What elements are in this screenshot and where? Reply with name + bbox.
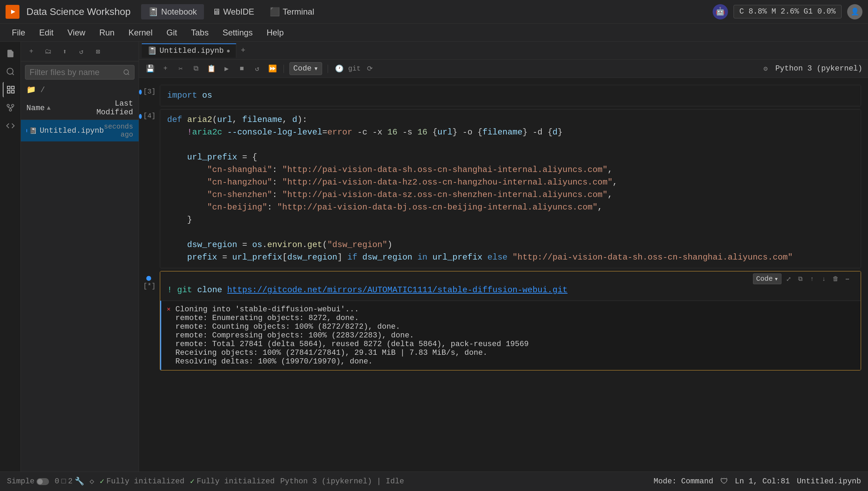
notebook-tab-name: Untitled.ipynb xyxy=(159,47,224,55)
svg-rect-5 xyxy=(11,86,14,89)
save-button[interactable]: 💾 xyxy=(145,63,156,74)
cell-content-1[interactable]: import os xyxy=(160,85,861,106)
cell-gutter-3: [*] xyxy=(139,271,160,290)
activity-files[interactable] xyxy=(3,46,18,61)
menu-git[interactable]: Git xyxy=(160,26,183,40)
menu-tabs[interactable]: Tabs xyxy=(185,26,215,40)
menu-file[interactable]: File xyxy=(6,26,32,40)
move-down-button[interactable]: ↓ xyxy=(819,274,829,284)
status-initialized-2: ✓ Fully initialized xyxy=(190,477,275,486)
menu-run[interactable]: Run xyxy=(93,26,121,40)
cell-type-inline[interactable]: Code ▾ xyxy=(753,273,781,284)
delete-cell-button[interactable]: 🗑 xyxy=(831,274,841,284)
cell-run-number-1: [3] xyxy=(143,88,156,96)
notebook-tab-active[interactable]: 📓 Untitled.ipynb ● xyxy=(142,43,236,58)
upload-button[interactable]: ⬆ xyxy=(58,45,71,58)
expand-button[interactable]: ⤢ xyxy=(784,274,793,284)
restart-button[interactable]: ↺ xyxy=(252,63,263,74)
activity-search[interactable] xyxy=(3,64,18,79)
cell-status-dot-2 xyxy=(139,114,142,119)
svg-rect-4 xyxy=(7,86,10,89)
search-input[interactable] xyxy=(30,67,120,77)
initialized-label-2: Fully initialized xyxy=(197,477,275,486)
svg-line-13 xyxy=(128,74,129,75)
cell-wrapper-1: [3] import os xyxy=(139,85,868,106)
cut-button[interactable]: ✂ xyxy=(175,63,186,74)
terminal-tab-label: Terminal xyxy=(283,7,314,17)
kernel-status-label: Python 3 (ipykernel) | Idle xyxy=(280,477,404,486)
menu-edit[interactable]: Edit xyxy=(33,26,60,40)
svg-rect-7 xyxy=(7,90,10,93)
copy-button[interactable]: ⧉ xyxy=(190,63,202,74)
menu-help[interactable]: Help xyxy=(260,26,290,40)
cell-status-dot-1 xyxy=(139,90,142,95)
move-up-button[interactable]: ↑ xyxy=(807,274,817,284)
cell-content-3[interactable]: Code ▾ ⤢ ⧉ ↑ ↓ 🗑 ⋯ ! git clone https://g… xyxy=(160,271,861,370)
refresh-button[interactable]: ↺ xyxy=(75,45,88,58)
share-button[interactable]: ⟳ xyxy=(364,63,375,74)
cell-count-label: 0 xyxy=(55,477,59,486)
more-options-button[interactable]: ⋯ xyxy=(843,274,852,284)
svg-point-2 xyxy=(7,68,13,74)
cell-type-select[interactable]: Code ▾ xyxy=(289,62,322,75)
cells-container[interactable]: [3] import os [4] def aria2(url, filenam… xyxy=(139,78,868,472)
new-folder-button[interactable]: 🗂 xyxy=(42,45,54,58)
cell-wrapper-2: [4] def aria2(url, filename, d): !aria2c… xyxy=(139,109,868,268)
add-cell-button[interactable]: + xyxy=(160,63,171,74)
git-button[interactable]: git xyxy=(349,63,360,74)
tab-notebook[interactable]: 📓 Notebook xyxy=(141,4,204,19)
sidebar: + 🗂 ⬆ ↺ ⊠ 📁 / Name ▲ Last Modified 📓 Unt… xyxy=(21,42,139,472)
check-icon-1: ✓ xyxy=(100,477,104,486)
mode-toggle[interactable] xyxy=(36,478,49,485)
settings-button[interactable]: ⚙ xyxy=(760,63,771,74)
cell-code-1: import os xyxy=(167,89,854,102)
file-name: Untitled.ipynb xyxy=(40,126,104,135)
svg-line-3 xyxy=(12,73,14,75)
time-button[interactable]: 🕐 xyxy=(334,63,345,74)
output-text: Cloning into 'stable-diffusion-webui'...… xyxy=(175,305,529,366)
activity-extensions[interactable] xyxy=(3,118,18,133)
cell-type-chevron: ▾ xyxy=(314,64,318,73)
webide-tab-label: WebIDE xyxy=(223,7,254,17)
breadcrumb-path: 📁 / xyxy=(26,86,45,95)
top-right: 🤖 C 8.8% M 2.6% G1 0.0% 👤 xyxy=(713,4,862,19)
user-avatar[interactable]: 👤 xyxy=(847,4,862,19)
status-mode: Simple xyxy=(7,477,49,486)
resource-badge: C 8.8% M 2.6% G1 0.0% xyxy=(734,5,842,18)
cell-wrapper-3: [*] Code ▾ ⤢ ⧉ ↑ ↓ 🗑 ⋯ xyxy=(139,271,868,370)
menu-settings[interactable]: Settings xyxy=(216,26,259,40)
cell-content-2[interactable]: def aria2(url, filename, d): !aria2c --c… xyxy=(160,109,861,268)
stop-button[interactable]: ■ xyxy=(236,63,247,74)
run-cell-button[interactable]: ▶ xyxy=(221,63,232,74)
output-line-5: remote: Total 27841 (delta 5864), reused… xyxy=(175,340,529,349)
output-line-6: Receiving objects: 100% (27841/27841), 2… xyxy=(175,349,529,357)
app-logo xyxy=(6,5,19,19)
tab-webide[interactable]: 🖥 WebIDE xyxy=(205,4,261,19)
sidebar-toolbar: + 🗂 ⬆ ↺ ⊠ xyxy=(21,42,139,62)
tab-terminal[interactable]: ⬛ Terminal xyxy=(263,4,321,19)
svg-rect-6 xyxy=(11,90,14,93)
paste-button[interactable]: 📋 xyxy=(206,63,217,74)
file-row[interactable]: 📓 Untitled.ipynb seconds ago xyxy=(21,120,139,141)
status-initialized-1: ✓ Fully initialized xyxy=(100,477,185,486)
menu-view[interactable]: View xyxy=(61,26,92,40)
cell-code-3: ! git clone https://gitcode.net/mirrors/… xyxy=(167,284,854,296)
activity-git[interactable] xyxy=(3,100,18,115)
new-file-button[interactable]: + xyxy=(25,45,38,58)
notebook-tab-close[interactable]: ● xyxy=(227,48,230,55)
file-modified-time: seconds ago xyxy=(104,123,133,139)
add-tab-button[interactable]: + xyxy=(238,45,249,56)
copy-cell-button[interactable]: ⧉ xyxy=(795,274,805,284)
ai-assistant-icon[interactable]: 🤖 xyxy=(713,4,728,19)
cell-type-label: Code xyxy=(293,64,312,73)
cell-input-2[interactable]: def aria2(url, filename, d): !aria2c --c… xyxy=(160,109,861,268)
file-table-header: Name ▲ Last Modified xyxy=(21,97,139,120)
cell-run-number-2: [4] xyxy=(143,112,156,120)
column-header-name: Name ▲ xyxy=(26,99,77,117)
position-label: Ln 1, Col:81 xyxy=(735,477,790,486)
run-all-button[interactable]: ⏩ xyxy=(267,63,278,74)
collapse-button[interactable]: ⊠ xyxy=(92,45,104,58)
activity-explorer[interactable] xyxy=(3,82,18,97)
cell-input-1[interactable]: import os xyxy=(160,85,861,106)
menu-kernel[interactable]: Kernel xyxy=(122,26,159,40)
